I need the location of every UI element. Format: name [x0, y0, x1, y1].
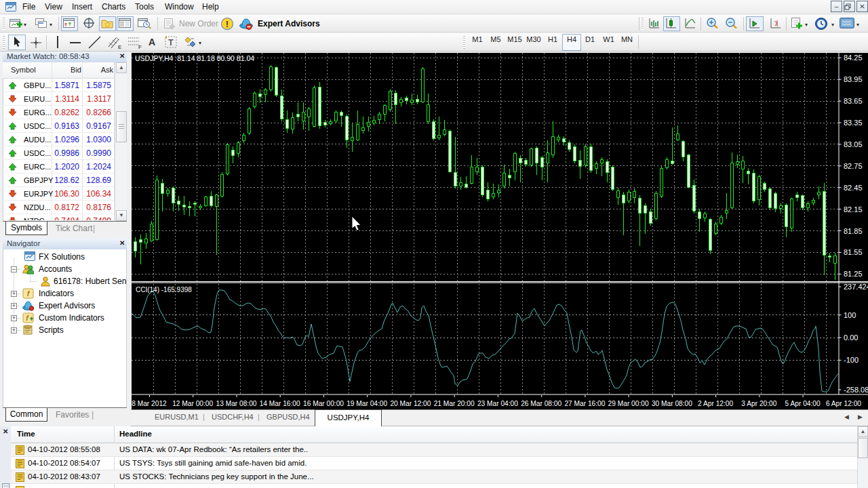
svg-text:83.65: 83.65 — [844, 97, 863, 105]
svg-text:16 Mar 00:00: 16 Mar 00:00 — [303, 400, 344, 407]
svg-text:30 Mar 08:00: 30 Mar 08:00 — [652, 400, 692, 407]
svg-text:83.35: 83.35 — [844, 119, 863, 127]
svg-text:CCI(14) -165.9398: CCI(14) -165.9398 — [136, 286, 192, 293]
svg-text:E: E — [118, 44, 121, 49]
svg-text:100: 100 — [844, 311, 856, 319]
svg-text:81.85: 81.85 — [844, 227, 863, 235]
svg-text:13 Mar 08:00: 13 Mar 08:00 — [216, 400, 256, 407]
svg-text:!: ! — [226, 19, 229, 29]
svg-text:6 Apr 12:00: 6 Apr 12:00 — [826, 400, 861, 407]
svg-text:19 Mar 04:00: 19 Mar 04:00 — [347, 400, 387, 407]
svg-text:29 Mar 00:00: 29 Mar 00:00 — [608, 400, 649, 407]
svg-text:0.00: 0.00 — [844, 333, 858, 342]
svg-text:14 Mar 16:00: 14 Mar 16:00 — [260, 400, 300, 407]
svg-text:2 Apr 12:00: 2 Apr 12:00 — [698, 400, 733, 407]
svg-text:83.05: 83.05 — [844, 140, 863, 148]
svg-text:82.75: 82.75 — [844, 162, 863, 170]
svg-text:12 Mar 00:00: 12 Mar 00:00 — [172, 400, 213, 407]
svg-text:82.45: 82.45 — [844, 184, 863, 192]
svg-text:T: T — [168, 38, 174, 47]
svg-text:F: F — [138, 44, 142, 49]
svg-text:84.25: 84.25 — [844, 54, 863, 62]
svg-text:3 Apr 20:00: 3 Apr 20:00 — [741, 400, 776, 407]
svg-text:20 Mar 12:00: 20 Mar 12:00 — [390, 400, 431, 407]
svg-text:82.15: 82.15 — [844, 205, 863, 214]
svg-text:237.4246: 237.4246 — [844, 283, 868, 291]
svg-text:27 Mar 16:00: 27 Mar 16:00 — [564, 400, 605, 407]
svg-text:23 Mar 04:00: 23 Mar 04:00 — [477, 400, 518, 407]
svg-text:26 Mar 08:00: 26 Mar 08:00 — [521, 400, 561, 407]
svg-text:-258.088: -258.088 — [844, 386, 868, 394]
svg-text:USDJPY,H4 81.14 81.18 80.90 8: USDJPY,H4 81.14 81.18 80.90 81.04 — [135, 54, 254, 62]
svg-text:83.95: 83.95 — [844, 75, 863, 83]
svg-text:81.55: 81.55 — [844, 248, 863, 256]
svg-text:5 Apr 04:00: 5 Apr 04:00 — [785, 400, 821, 407]
svg-text:81.25: 81.25 — [844, 270, 863, 278]
svg-text:-100: -100 — [844, 356, 859, 364]
svg-text:8 Mar 2012: 8 Mar 2012 — [132, 400, 167, 407]
svg-text:21 Mar 20:00: 21 Mar 20:00 — [434, 400, 475, 407]
